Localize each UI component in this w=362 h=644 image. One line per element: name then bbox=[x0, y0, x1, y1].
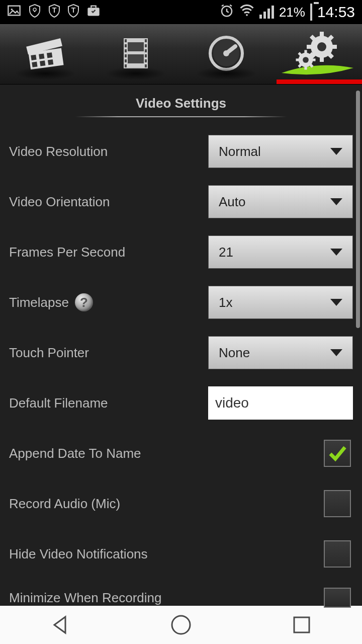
svg-rect-50 bbox=[312, 58, 316, 61]
shield-t-icon: T bbox=[48, 4, 60, 21]
input-default-filename[interactable] bbox=[208, 386, 353, 420]
svg-point-36 bbox=[317, 42, 326, 51]
chevron-down-icon bbox=[330, 148, 342, 155]
dropdown-timelapse[interactable]: 1x bbox=[208, 286, 353, 319]
svg-rect-48 bbox=[304, 66, 307, 70]
svg-rect-11 bbox=[31, 55, 36, 60]
privacy-shield-icon bbox=[28, 4, 41, 21]
scrollbar[interactable] bbox=[356, 91, 360, 328]
label-frames-per-second: Frames Per Second bbox=[9, 245, 125, 260]
gears-icon bbox=[292, 31, 342, 78]
help-icon[interactable]: ? bbox=[75, 293, 93, 311]
svg-point-1 bbox=[11, 8, 13, 10]
signal-icon bbox=[259, 6, 274, 19]
svg-rect-38 bbox=[320, 57, 324, 62]
checkbox-hide-notifications[interactable] bbox=[324, 540, 351, 568]
home-button[interactable] bbox=[169, 613, 193, 637]
label-default-filename: Default Filename bbox=[9, 395, 108, 411]
image-icon bbox=[7, 4, 21, 21]
dropdown-video-orientation[interactable]: Auto bbox=[208, 185, 353, 218]
svg-rect-21 bbox=[125, 44, 127, 47]
tab-bar bbox=[0, 24, 362, 85]
dropdown-value: None bbox=[219, 345, 250, 361]
tab-videos[interactable] bbox=[90, 25, 181, 84]
section-title: Video Settings bbox=[0, 85, 362, 116]
dropdown-value: Auto bbox=[219, 194, 246, 210]
label-append-date: Append Date To Name bbox=[9, 446, 141, 461]
svg-rect-30 bbox=[145, 59, 147, 62]
chevron-down-icon bbox=[330, 349, 342, 356]
svg-rect-20 bbox=[125, 39, 127, 42]
row-default-filename: Default Filename bbox=[0, 378, 362, 428]
checkbox-minimize-recording[interactable] bbox=[324, 588, 351, 608]
wifi-icon bbox=[239, 4, 254, 21]
alarm-icon bbox=[219, 3, 234, 22]
briefcase-icon bbox=[86, 4, 101, 21]
row-timelapse: Timelapse ? 1x bbox=[0, 277, 362, 328]
row-append-date: Append Date To Name bbox=[0, 428, 362, 478]
svg-rect-24 bbox=[125, 59, 127, 62]
svg-point-46 bbox=[303, 57, 309, 63]
svg-rect-12 bbox=[39, 53, 44, 59]
svg-point-8 bbox=[246, 14, 248, 16]
label-video-resolution: Video Resolution bbox=[9, 144, 108, 159]
svg-rect-39 bbox=[307, 45, 312, 49]
label-hide-notifications: Hide Video Notifications bbox=[9, 546, 148, 562]
clock-time: 14:53 bbox=[317, 4, 355, 21]
label-touch-pointer: Touch Pointer bbox=[9, 345, 89, 361]
svg-rect-49 bbox=[296, 58, 300, 61]
svg-text:T: T bbox=[52, 6, 57, 14]
svg-point-55 bbox=[172, 616, 190, 634]
svg-rect-13 bbox=[47, 52, 52, 58]
svg-rect-29 bbox=[145, 54, 147, 57]
svg-rect-19 bbox=[128, 54, 144, 63]
label-record-audio: Record Audio (Mic) bbox=[9, 496, 120, 512]
tab-performance[interactable] bbox=[181, 25, 272, 84]
chevron-down-icon bbox=[330, 198, 342, 205]
recents-button[interactable] bbox=[290, 613, 314, 637]
svg-rect-3 bbox=[34, 11, 35, 12]
status-bar: T T 21% 14:53 bbox=[0, 0, 362, 24]
svg-rect-37 bbox=[320, 32, 324, 37]
svg-point-34 bbox=[223, 50, 229, 56]
svg-rect-40 bbox=[332, 45, 337, 49]
dropdown-frames-per-second[interactable]: 21 bbox=[208, 235, 353, 269]
row-video-orientation: Video Orientation Auto bbox=[0, 177, 362, 227]
svg-rect-16 bbox=[48, 59, 53, 65]
svg-text:T: T bbox=[71, 6, 76, 14]
dropdown-touch-pointer[interactable]: None bbox=[208, 336, 353, 369]
svg-rect-27 bbox=[145, 44, 147, 47]
svg-rect-23 bbox=[125, 54, 127, 57]
svg-rect-15 bbox=[40, 60, 45, 66]
row-record-audio: Record Audio (Mic) bbox=[0, 478, 362, 529]
chevron-down-icon bbox=[330, 249, 342, 256]
label-timelapse: Timelapse bbox=[9, 295, 69, 310]
dropdown-video-resolution[interactable]: Normal bbox=[208, 135, 353, 168]
battery-icon bbox=[310, 5, 312, 20]
dropdown-value: Normal bbox=[219, 144, 261, 159]
row-minimize-recording: Minimize When Recording bbox=[0, 579, 362, 616]
label-video-orientation: Video Orientation bbox=[9, 194, 110, 210]
title-underline bbox=[75, 116, 287, 117]
row-video-resolution: Video Resolution Normal bbox=[0, 126, 362, 177]
label-minimize-recording: Minimize When Recording bbox=[9, 590, 161, 606]
battery-percent: 21% bbox=[279, 5, 305, 20]
svg-rect-26 bbox=[145, 39, 147, 42]
tab-settings[interactable] bbox=[272, 25, 362, 84]
row-touch-pointer: Touch Pointer None bbox=[0, 328, 362, 378]
tab-record[interactable] bbox=[0, 25, 90, 84]
dropdown-value: 1x bbox=[219, 295, 232, 310]
svg-rect-47 bbox=[304, 50, 307, 54]
row-hide-notifications: Hide Video Notifications bbox=[0, 529, 362, 579]
dropdown-value: 21 bbox=[219, 245, 233, 260]
svg-rect-56 bbox=[294, 617, 309, 632]
row-frames-per-second: Frames Per Second 21 bbox=[0, 227, 362, 277]
check-icon bbox=[327, 443, 347, 463]
svg-rect-18 bbox=[128, 42, 144, 51]
settings-content: Video Settings Video Resolution Normal V… bbox=[0, 85, 362, 606]
back-button[interactable] bbox=[48, 613, 72, 637]
svg-rect-22 bbox=[125, 49, 127, 52]
checkbox-record-audio[interactable] bbox=[324, 490, 351, 517]
svg-rect-28 bbox=[145, 49, 147, 52]
checkbox-append-date[interactable] bbox=[324, 440, 351, 467]
